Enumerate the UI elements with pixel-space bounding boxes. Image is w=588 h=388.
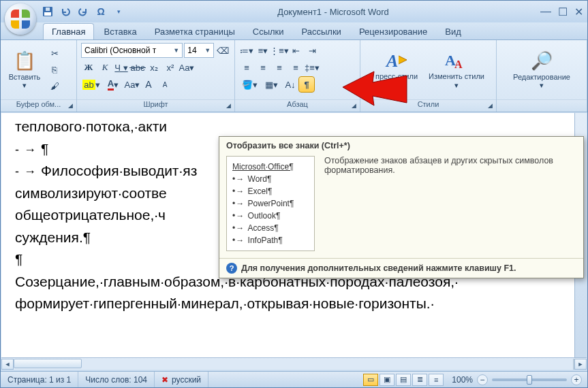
styles-dialog-launcher[interactable]: ◢	[485, 101, 495, 110]
zoom-in-button[interactable]: +	[571, 374, 582, 385]
close-button[interactable]: ✕	[574, 5, 583, 18]
borders-button[interactable]: ▦▾	[261, 77, 281, 92]
highlight-button[interactable]: ab▾	[81, 77, 102, 92]
font-size-combo[interactable]: 14▼	[184, 43, 214, 58]
tab-insert[interactable]: Вставка	[95, 24, 144, 39]
clipboard-group-label: Буфер обм...	[16, 100, 61, 108]
superscript-button[interactable]: x²	[163, 60, 178, 75]
show-hide-button[interactable]: ¶	[299, 77, 314, 92]
clear-formatting-button[interactable]: ⌫	[215, 43, 230, 58]
align-right-button[interactable]: ≡	[272, 60, 287, 75]
help-icon: ?	[226, 263, 237, 274]
view-full-screen-button[interactable]: ▣	[380, 374, 394, 386]
undo-button[interactable]	[58, 4, 73, 19]
character-shading-button[interactable]: Aa▾	[125, 77, 140, 92]
red-arrow-annotation	[341, 63, 409, 118]
underline-button[interactable]: Ч ▾	[114, 60, 129, 75]
align-center-button[interactable]: ≡	[256, 60, 270, 75]
office-button[interactable]	[5, 3, 36, 35]
ribbon-tabs: Главная Вставка Разметка страницы Ссылки…	[1, 22, 587, 40]
shading-button[interactable]: 🪣▾	[239, 77, 260, 92]
view-outline-button[interactable]: ≣	[412, 374, 427, 386]
hscroll-thumb[interactable]	[14, 359, 82, 368]
view-web-layout-button[interactable]: ▤	[396, 374, 411, 386]
align-left-button[interactable]: ≡	[239, 60, 254, 75]
tab-page-layout[interactable]: Разметка страницы	[146, 24, 243, 39]
grow-font-button[interactable]: A	[141, 77, 156, 92]
svg-rect-2	[46, 7, 50, 11]
styles-group-label: Стили	[418, 100, 439, 108]
symbol-button[interactable]: Ω	[93, 4, 108, 19]
scroll-left-button[interactable]: ◄	[1, 359, 14, 370]
scroll-right-button[interactable]: ►	[574, 359, 587, 370]
maximize-button[interactable]: ☐	[558, 5, 568, 18]
status-language[interactable]: ✖ русский	[155, 372, 208, 387]
status-bar: Страница: 1 из 1 Число слов: 104 ✖ русск…	[1, 371, 587, 387]
window-title: Документ1 - Microsoft Word	[126, 7, 540, 17]
status-page[interactable]: Страница: 1 из 1	[1, 372, 78, 387]
qat-customize-button[interactable]: ▾	[111, 4, 126, 19]
svg-text:A: A	[454, 59, 463, 70]
font-dialog-launcher[interactable]: ◢	[223, 101, 233, 110]
tooltip-sample-item: Outlook¶	[232, 210, 309, 222]
italic-button[interactable]: К	[97, 60, 112, 75]
zoom-slider[interactable]	[492, 378, 567, 381]
text-line[interactable]: формирует·гипергенный·минерал,·открывая·…	[15, 293, 561, 315]
ribbon: 📋 Вставить▾ ✂ ⎘ 🖌 Буфер обм...◢ Calibri …	[1, 40, 587, 112]
tooltip-sample-item: Excel¶	[232, 185, 309, 197]
change-styles-icon: AA	[445, 50, 468, 71]
tab-review[interactable]: Рецензирование	[351, 24, 435, 39]
paragraph-group-label: Абзац	[287, 100, 308, 108]
numbering-button[interactable]: ≡▾	[256, 43, 270, 58]
change-styles-button[interactable]: AA Изменить стили ▾	[429, 44, 484, 97]
tooltip-title: Отобразить все знаки (Ctrl+*)	[219, 137, 583, 153]
subscript-button[interactable]: x₂	[146, 60, 161, 75]
tooltip-sample-item: PowerPoint¶	[232, 197, 309, 210]
tooltip-sample-item: Access¶	[232, 222, 309, 234]
decrease-indent-button[interactable]: ⇤	[288, 43, 303, 58]
paste-button[interactable]: 📋 Вставить▾	[5, 44, 44, 97]
view-print-layout-button[interactable]: ▭	[363, 374, 378, 386]
zoom-out-button[interactable]: −	[477, 374, 488, 385]
tab-view[interactable]: Вид	[437, 24, 469, 39]
format-painter-button[interactable]: 🖌	[47, 79, 62, 94]
cut-button[interactable]: ✂	[47, 46, 62, 61]
editing-button[interactable]: 🔎 Редактирование▾	[508, 44, 576, 97]
bold-button[interactable]: Ж	[81, 60, 96, 75]
font-color-button[interactable]: A▾	[103, 77, 123, 92]
spellcheck-icon: ✖	[161, 375, 168, 385]
zoom-level[interactable]: 100%	[452, 375, 473, 385]
redo-button[interactable]	[76, 4, 91, 19]
copy-button[interactable]: ⎘	[47, 63, 62, 78]
shrink-font-button[interactable]: A	[157, 77, 172, 92]
svg-marker-6	[343, 71, 407, 106]
tooltip-description: Отображение знаков абзацев и других скры…	[324, 156, 576, 251]
quick-access-toolbar: Ω ▾	[40, 4, 126, 19]
status-word-count[interactable]: Число слов: 104	[78, 372, 155, 387]
strikethrough-button[interactable]: abє	[130, 60, 145, 75]
find-icon: 🔎	[531, 50, 553, 71]
font-name-combo[interactable]: Calibri (Основной т▼	[81, 43, 183, 58]
horizontal-scrollbar[interactable]: ◄ ►	[1, 357, 587, 370]
multilevel-list-button[interactable]: ⋮≡▾	[272, 43, 287, 58]
clipboard-icon: 📋	[14, 50, 35, 71]
text-line[interactable]: теплового·потока,·акти	[15, 116, 561, 138]
tab-home[interactable]: Главная	[43, 23, 94, 39]
tab-references[interactable]: Ссылки	[245, 24, 292, 39]
change-case-button[interactable]: Aa▾	[179, 60, 194, 75]
tooltip-sample-item: InfoPath¶	[232, 234, 309, 246]
minimize-button[interactable]: —	[540, 5, 551, 18]
justify-button[interactable]: ≡	[288, 60, 303, 75]
editing-label: Редактирование	[513, 73, 570, 81]
bullets-button[interactable]: ≔▾	[239, 43, 254, 58]
clipboard-dialog-launcher[interactable]: ◢	[65, 101, 75, 110]
line-spacing-button[interactable]: ‡≡▾	[305, 60, 320, 75]
tooltip-sample: Microsoft·Office¶ Word¶Excel¶PowerPoint¶…	[226, 156, 315, 251]
sort-button[interactable]: A↓	[283, 77, 298, 92]
save-button[interactable]	[40, 4, 55, 19]
view-draft-button[interactable]: ≡	[429, 374, 444, 386]
tooltip-sample-item: Word¶	[232, 173, 309, 185]
increase-indent-button[interactable]: ⇥	[305, 43, 320, 58]
show-hide-tooltip: Отобразить все знаки (Ctrl+*) Microsoft·…	[219, 136, 584, 278]
tab-mailings[interactable]: Рассылки	[294, 24, 350, 39]
